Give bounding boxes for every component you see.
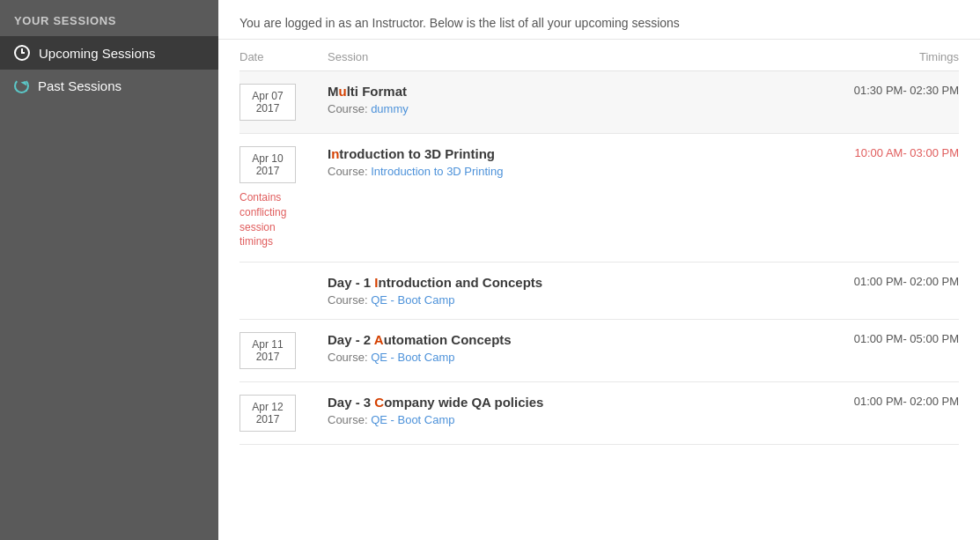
sessions-table: Date Session Timings Apr 07 2017	[239, 40, 959, 445]
date-cell: Apr 12 2017	[239, 382, 328, 445]
course-link[interactable]: QE - Boot Camp	[371, 293, 454, 307]
course-link[interactable]: dummy	[371, 102, 409, 115]
highlight-letter: u	[339, 84, 347, 99]
col-timings: Timings	[818, 40, 959, 71]
date-year: 2017	[244, 165, 291, 177]
timings-text: 01:00 PM- 02:00 PM	[854, 275, 959, 288]
course-link[interactable]: Introduction to 3D Printing	[371, 165, 503, 178]
timings-cell: 01:00 PM- 02:00 PM	[818, 263, 959, 320]
date-year: 2017	[244, 102, 291, 115]
session-cell: Multi Format Course: dummy	[328, 71, 818, 134]
main-content: You are logged in as an Instructor. Belo…	[218, 0, 980, 540]
header-text: You are logged in as an Instructor. Belo…	[239, 16, 680, 30]
timings-text: 01:00 PM- 02:00 PM	[854, 395, 959, 408]
session-cell: Day - 2 Automation Concepts Course: QE -…	[328, 320, 818, 382]
timings-text: 01:30 PM- 02:30 PM	[854, 84, 959, 97]
timings-cell-conflict: 10:00 AM- 03:00 PM	[818, 134, 959, 263]
main-header: You are logged in as an Instructor. Belo…	[218, 0, 980, 40]
session-name-rest: lti Format	[347, 84, 407, 99]
clock-icon	[14, 45, 30, 61]
date-month-day: Apr 11	[244, 338, 291, 351]
col-date: Date	[239, 40, 328, 71]
date-cell: Apr 07 2017	[239, 71, 328, 134]
course-label: Course: QE - Boot Camp	[328, 351, 818, 364]
timings-cell: 01:00 PM- 02:00 PM	[818, 382, 959, 445]
session-name: Day - 2 Automation Concepts	[328, 332, 818, 347]
date-box: Apr 12 2017	[239, 395, 296, 432]
course-label: Course: Introduction to 3D Printing	[328, 165, 818, 178]
sidebar-item-upcoming[interactable]: Upcoming Sessions	[0, 36, 218, 70]
course-link[interactable]: QE - Boot Camp	[371, 413, 454, 426]
date-year: 2017	[244, 413, 291, 425]
table-row: Apr 11 2017 Day - 2 Automation Concepts …	[239, 320, 959, 382]
date-month-day: Apr 12	[244, 401, 291, 413]
col-session: Session	[328, 40, 818, 71]
sidebar-item-past-label: Past Sessions	[38, 78, 122, 93]
date-year: 2017	[244, 351, 291, 363]
course-link[interactable]: QE - Boot Camp	[371, 351, 454, 364]
date-cell: Apr 10 2017 Contains conflicting session…	[239, 134, 328, 263]
date-cell: Apr 11 2017	[239, 320, 328, 382]
date-box: Apr 10 2017	[239, 146, 296, 183]
sidebar-title: YOUR SESSIONS	[0, 0, 218, 36]
session-name: Introduction to 3D Printing	[328, 146, 818, 161]
conflict-text: Contains conflicting session timings	[239, 190, 310, 249]
date-box: Apr 07 2017	[239, 84, 296, 121]
timings-text: 10:00 AM- 03:00 PM	[854, 146, 959, 159]
session-cell: Day - 3 Company wide QA policies Course:…	[328, 382, 818, 445]
session-cell: Introduction to 3D Printing Course: Intr…	[328, 134, 818, 263]
timings-text: 01:00 PM- 05:00 PM	[854, 332, 959, 345]
course-label: Course: QE - Boot Camp	[328, 413, 818, 426]
table-row: Apr 10 2017 Contains conflicting session…	[239, 134, 959, 263]
main-body: Date Session Timings Apr 07 2017	[218, 40, 980, 540]
date-month-day: Apr 10	[244, 152, 291, 165]
table-row: Apr 07 2017 Multi Format Course: dummy	[239, 71, 959, 134]
timings-cell: 01:30 PM- 02:30 PM	[818, 71, 959, 134]
course-label: Course: QE - Boot Camp	[328, 293, 818, 307]
session-name-text: M	[328, 84, 339, 99]
session-cell: Day - 1 Introduction and Concepts Course…	[328, 263, 818, 320]
date-box: Apr 11 2017	[239, 332, 296, 369]
refresh-icon	[14, 78, 29, 93]
table-row: Day - 1 Introduction and Concepts Course…	[239, 263, 959, 320]
sidebar-item-past[interactable]: Past Sessions	[0, 70, 218, 102]
session-name: Multi Format	[328, 84, 818, 99]
date-cell-empty	[239, 263, 328, 320]
date-month-day: Apr 07	[244, 90, 291, 102]
course-label: Course: dummy	[328, 102, 818, 115]
session-name: Day - 3 Company wide QA policies	[328, 395, 818, 410]
table-row: Apr 12 2017 Day - 3 Company wide QA poli…	[239, 382, 959, 445]
sidebar: YOUR SESSIONS Upcoming Sessions Past Ses…	[0, 0, 218, 540]
sidebar-item-upcoming-label: Upcoming Sessions	[39, 46, 156, 61]
timings-cell: 01:00 PM- 05:00 PM	[818, 320, 959, 382]
session-name: Day - 1 Introduction and Concepts	[328, 275, 818, 290]
